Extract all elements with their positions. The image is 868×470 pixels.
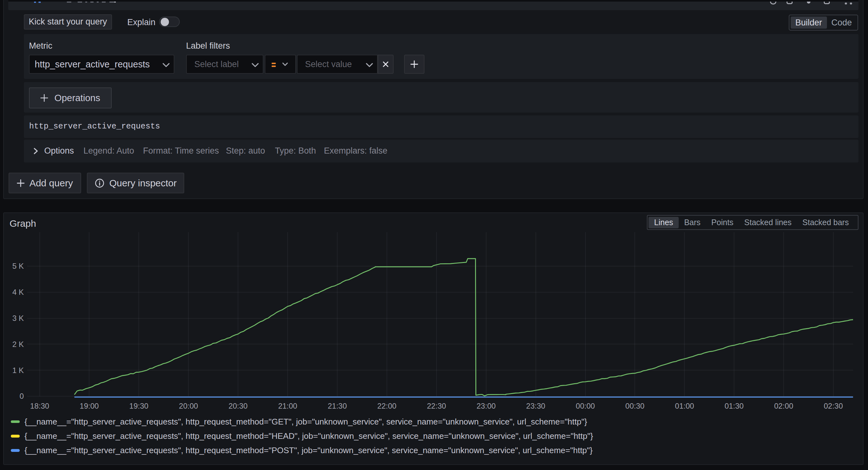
svg-text:23:30: 23:30 [526, 402, 545, 410]
svg-text:22:30: 22:30 [427, 402, 446, 410]
svg-text:21:00: 21:00 [278, 402, 297, 410]
svg-text:3 K: 3 K [12, 314, 24, 323]
svg-text:21:30: 21:30 [328, 402, 347, 410]
svg-text:2 K: 2 K [12, 340, 24, 348]
svg-text:5 K: 5 K [12, 262, 24, 270]
svg-text:00:00: 00:00 [576, 402, 595, 410]
svg-text:01:00: 01:00 [675, 402, 694, 410]
svg-text:18:30: 18:30 [30, 402, 49, 410]
svg-text:0: 0 [20, 392, 24, 400]
svg-text:02:00: 02:00 [774, 402, 793, 410]
svg-text:23:00: 23:00 [477, 402, 496, 410]
svg-text:01:30: 01:30 [724, 402, 744, 410]
svg-text:1 K: 1 K [12, 366, 24, 375]
svg-text:4 K: 4 K [12, 288, 24, 296]
svg-text:20:00: 20:00 [179, 402, 198, 410]
svg-text:20:30: 20:30 [228, 402, 248, 410]
svg-text:19:30: 19:30 [129, 402, 148, 410]
svg-text:02:30: 02:30 [824, 402, 843, 410]
svg-text:00:30: 00:30 [625, 402, 644, 410]
svg-text:22:00: 22:00 [377, 402, 397, 410]
svg-text:19:00: 19:00 [80, 402, 99, 410]
